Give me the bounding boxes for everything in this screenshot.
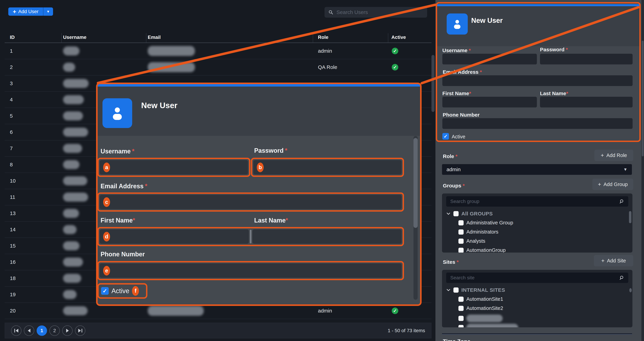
- tree-item-checkbox[interactable]: [458, 296, 464, 302]
- add-user-button[interactable]: + Add User: [8, 8, 43, 16]
- first-name-input[interactable]: [442, 97, 537, 108]
- password-input[interactable]: [253, 160, 402, 174]
- phone-input[interactable]: [442, 118, 632, 129]
- modal-header: [98, 86, 420, 136]
- password-annotation: b: [251, 158, 404, 177]
- tree-root-checkbox[interactable]: [454, 211, 458, 216]
- user-avatar-icon: [102, 98, 132, 128]
- username-input[interactable]: [100, 160, 248, 174]
- username-label: Username*: [100, 148, 134, 155]
- add-user-split-button[interactable]: + Add User ▼: [8, 8, 53, 16]
- pagination-page-1[interactable]: 1: [37, 326, 47, 336]
- table-row[interactable]: 2QA Role✓: [5, 59, 432, 76]
- active-checkbox[interactable]: ✓: [442, 133, 449, 140]
- add-role-button[interactable]: + Add Role: [594, 150, 633, 161]
- tree-item-checkbox[interactable]: [458, 306, 464, 311]
- email-input[interactable]: [442, 75, 632, 86]
- tree-item-row[interactable]: [458, 314, 503, 322]
- last-name-input[interactable]: [252, 230, 402, 244]
- user-management-screen: + Add User ▼ ID Username Email Role Acti…: [0, 0, 644, 341]
- tree-item-row[interactable]: AutomationGroup: [458, 247, 506, 252]
- tree-item-row[interactable]: AutomationSite2: [458, 306, 503, 311]
- partial-section-label: Time Zone: [443, 338, 529, 341]
- tree-root-checkbox[interactable]: [454, 288, 458, 293]
- tree-item-checkbox[interactable]: [458, 316, 464, 321]
- redacted-site-name: [466, 314, 503, 322]
- groups-label: Groups*: [443, 183, 465, 189]
- person-icon: [451, 18, 464, 30]
- last-name-label: Last Name*: [254, 217, 288, 224]
- pagination-page-2[interactable]: 2: [50, 326, 60, 336]
- group-search-input[interactable]: [450, 198, 619, 204]
- tree-item-checkbox[interactable]: [458, 220, 464, 226]
- chevron-down-icon[interactable]: [446, 288, 451, 292]
- tree-item-checkbox[interactable]: [458, 230, 464, 234]
- tree-item-checkbox[interactable]: [458, 325, 464, 327]
- first-name-input[interactable]: [100, 230, 249, 244]
- sites-scrollbar-thumb[interactable]: [629, 288, 632, 292]
- cell-id: 15: [10, 243, 16, 249]
- col-active[interactable]: Active: [392, 34, 406, 40]
- role-dropdown[interactable]: admin ▼: [442, 164, 632, 175]
- email-input[interactable]: [100, 195, 402, 209]
- tree-item-row[interactable]: AutomationSite1: [458, 296, 503, 302]
- redacted-username: [63, 274, 81, 283]
- groups-scrollbar-thumb[interactable]: [629, 211, 632, 223]
- col-email[interactable]: Email: [148, 34, 161, 40]
- last-name-input[interactable]: [540, 97, 632, 108]
- table-scrollbar[interactable]: [432, 55, 434, 112]
- pagination-prev-button[interactable]: [24, 326, 34, 336]
- col-role[interactable]: Role: [318, 34, 328, 40]
- cell-role: QA Role: [318, 64, 337, 70]
- site-search-input[interactable]: [450, 275, 619, 281]
- tree-item-row[interactable]: Analysts: [458, 238, 486, 244]
- pagination-first-button[interactable]: [11, 326, 22, 336]
- tree-item-checkbox[interactable]: [458, 248, 464, 253]
- phone-label: Phone Number: [443, 112, 480, 118]
- tree-item-row[interactable]: Administrative Group: [458, 220, 513, 226]
- name-fields-annotation: d: [97, 227, 404, 246]
- tree-item-row[interactable]: [458, 324, 518, 327]
- tree-root-row[interactable]: All GROUPS: [446, 211, 493, 216]
- active-check-icon: ✓: [392, 64, 398, 70]
- pagination-bar: 12 1 - 50 of 73 items: [5, 323, 432, 338]
- tree-root-row[interactable]: INTERNAL SITES: [446, 287, 505, 293]
- panel-accent-bar: [437, 4, 639, 6]
- search-icon: [619, 275, 624, 280]
- add-group-button[interactable]: + Add Group: [592, 178, 633, 190]
- active-check-icon: ✓: [392, 308, 398, 314]
- pagination-last-button[interactable]: [75, 326, 85, 336]
- phone-input[interactable]: [100, 264, 402, 278]
- column-divider: [313, 33, 313, 42]
- cell-id: 7: [10, 146, 13, 151]
- redacted-email: [148, 46, 195, 56]
- col-id[interactable]: ID: [10, 34, 15, 40]
- add-user-dropdown-button[interactable]: ▼: [43, 8, 53, 16]
- email-label: Email Address*: [100, 182, 148, 190]
- arrow-icon: [66, 329, 69, 332]
- active-checkbox[interactable]: ✓: [101, 287, 109, 295]
- column-divider: [146, 33, 146, 42]
- search-users-box[interactable]: [324, 7, 427, 18]
- section-divider: [442, 334, 632, 334]
- modal-scrollbar-thumb[interactable]: [414, 138, 418, 228]
- chevron-down-icon[interactable]: [446, 212, 451, 216]
- password-input[interactable]: [540, 54, 632, 64]
- annotation-badge-e: e: [103, 266, 110, 276]
- plus-icon: +: [13, 9, 16, 14]
- tree-item-row[interactable]: Administrators: [458, 229, 498, 235]
- arrow-icon: [78, 329, 81, 332]
- redacted-username: [63, 258, 83, 266]
- add-site-button[interactable]: + Add Site: [594, 255, 633, 266]
- table-row[interactable]: 1admin✓: [5, 43, 432, 59]
- group-search-box[interactable]: [446, 196, 628, 206]
- cell-id: 19: [10, 292, 16, 298]
- plus-icon: +: [601, 258, 604, 264]
- col-username[interactable]: Username: [63, 34, 86, 40]
- redacted-username: [63, 95, 84, 104]
- pagination-next-button[interactable]: [62, 326, 72, 336]
- groups-listbox: All GROUPSAdministrative GroupAdministra…: [442, 194, 632, 252]
- tree-item-checkbox[interactable]: [458, 238, 464, 244]
- panel-scrollbar-thumb[interactable]: [642, 40, 644, 156]
- site-search-box[interactable]: [446, 272, 628, 283]
